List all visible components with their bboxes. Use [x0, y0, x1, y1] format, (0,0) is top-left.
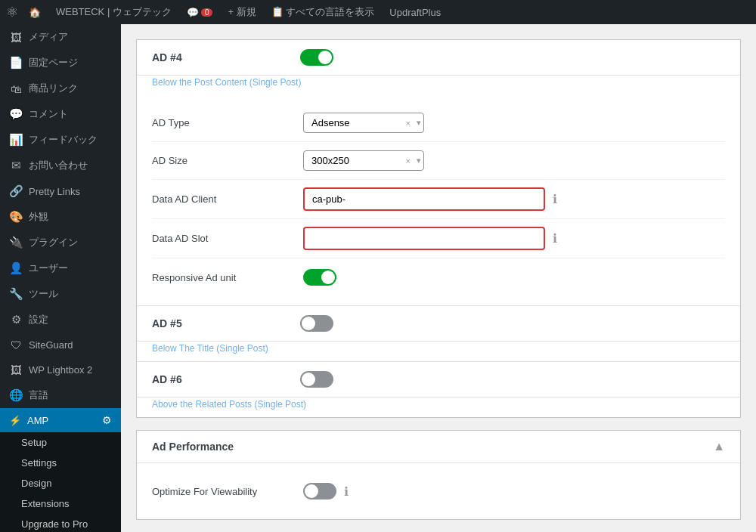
admin-bar-site-name[interactable]: WEBTECK | ウェブテック	[51, 0, 176, 24]
optimize-toggle[interactable]	[303, 483, 336, 500]
data-ad-client-input[interactable]	[303, 187, 545, 211]
data-ad-client-info-icon: ℹ	[553, 192, 557, 206]
tools-icon: 🔧	[9, 287, 23, 301]
ad-performance-header[interactable]: Ad Performance ▲	[137, 431, 740, 463]
sidebar-item-label: メディア	[29, 30, 68, 44]
plugins-icon: 🔌	[9, 236, 23, 249]
sidebar-item-feedback[interactable]: 📊 フィードバック	[0, 127, 121, 153]
sidebar-item-design[interactable]: Design	[0, 473, 121, 493]
ad4-section: AD #4 Below the Post Content (Single Pos…	[136, 39, 741, 418]
sidebar-item-amp[interactable]: ⚡ AMP ⚙	[0, 408, 121, 432]
wp-logo-icon: ⚛	[6, 4, 18, 20]
ad-size-select-wrap: 300x250 728x90 320x50 × ▾	[303, 150, 424, 171]
comments-count: 0	[201, 8, 213, 17]
admin-bar-languages[interactable]: 📋 すべての言語を表示	[267, 0, 380, 24]
amp-left: ⚡ AMP	[9, 415, 48, 426]
ad6-toggle-slider	[300, 371, 333, 388]
amp-gear-icon[interactable]: ⚙	[102, 414, 112, 426]
pages-icon: 📄	[9, 56, 23, 70]
ad-performance-chevron-icon: ▲	[713, 440, 725, 453]
ad6-label: AD #6	[152, 373, 288, 385]
data-ad-client-row: Data AD Client ℹ	[152, 180, 725, 219]
sidebar-item-comments[interactable]: 💬 コメント	[0, 101, 121, 127]
sidebar-item-contact[interactable]: ✉ お問い合わせ	[0, 153, 121, 178]
sidebar-item-pages[interactable]: 📄 固定ページ	[0, 50, 121, 76]
ad6-block: AD #6 Above the Related Posts (Single Po…	[137, 362, 740, 417]
sidebar-item-label: WP Lightbox 2	[29, 364, 92, 376]
sidebar-item-settings[interactable]: Settings	[0, 453, 121, 473]
sidebar-item-label: お問い合わせ	[29, 159, 88, 172]
ad4-header-row: AD #4	[137, 40, 740, 76]
pretty-links-icon: 🔗	[9, 184, 23, 198]
responsive-ad-row: Responsive Ad unit	[152, 258, 725, 296]
data-ad-slot-label: Data AD Slot	[152, 233, 303, 244]
sidebar-item-pretty-links[interactable]: 🔗 Pretty Links	[0, 178, 121, 204]
ad5-toggle[interactable]	[300, 315, 333, 332]
select-clear-icon[interactable]: ×	[406, 119, 411, 128]
data-ad-slot-control: ℹ	[303, 227, 725, 250]
ad-type-label: AD Type	[152, 117, 303, 128]
sidebar-item-product-links[interactable]: 🛍 商品リンク	[0, 76, 121, 101]
size-clear-icon[interactable]: ×	[406, 156, 411, 165]
amp-label: AMP	[27, 415, 48, 426]
languages-icon: 🌐	[9, 388, 23, 402]
sidebar-item-settings[interactable]: ⚙ 設定	[0, 307, 121, 332]
ad5-block: AD #5 Below The Title (Single Post)	[137, 306, 740, 362]
sidebar-item-label: Pretty Links	[29, 186, 80, 197]
data-ad-slot-info-icon: ℹ	[553, 231, 557, 246]
ad-performance-title: Ad Performance	[152, 441, 234, 453]
ad-size-label: AD Size	[152, 155, 303, 166]
ad4-form: AD Type Adsense Other × ▾	[137, 95, 740, 305]
amp-submenu: Setup Settings Design Extensions Upgrade…	[0, 432, 121, 532]
setup-label: Setup	[21, 437, 47, 448]
sidebar-item-setup[interactable]: Setup	[0, 432, 121, 453]
admin-bar-updraft[interactable]: UpdraftPlus	[385, 0, 445, 24]
sidebar-item-languages[interactable]: 🌐 言語	[0, 382, 121, 408]
ad-type-select-wrap: Adsense Other × ▾	[303, 113, 424, 133]
contact-icon: ✉	[9, 159, 23, 172]
ad4-sub-label: Below the Post Content (Single Post)	[137, 76, 740, 95]
sidebar: 🖼 メディア 📄 固定ページ 🛍 商品リンク 💬 コメント 📊 フィードバック …	[0, 24, 121, 532]
optimize-viewability-row: Optimize For Viewability ℹ	[152, 472, 725, 510]
admin-bar-home[interactable]: 🏠	[24, 0, 45, 24]
data-ad-client-label: Data AD Client	[152, 193, 303, 205]
ad6-toggle[interactable]	[300, 371, 333, 388]
admin-bar: ⚛ 🏠 WEBTECK | ウェブテック 💬 0 + 新規 📋 すべての言語を表…	[0, 0, 756, 24]
sidebar-item-users[interactable]: 👤 ユーザー	[0, 255, 121, 281]
lightbox-icon: 🖼	[9, 363, 23, 376]
admin-bar-comments[interactable]: 💬 0	[182, 0, 218, 24]
siteguard-icon: 🛡	[9, 339, 23, 351]
amp-icon: ⚡	[9, 415, 21, 426]
upgrade-label: Upgrade to Pro	[21, 518, 88, 530]
sidebar-item-extensions[interactable]: Extensions	[0, 493, 121, 514]
sidebar-item-tools[interactable]: 🔧 ツール	[0, 281, 121, 307]
ad4-toggle[interactable]	[300, 49, 333, 66]
settings-label: Settings	[21, 457, 57, 469]
data-ad-slot-input[interactable]	[303, 227, 545, 250]
sidebar-item-appearance[interactable]: 🎨 外観	[0, 204, 121, 230]
data-ad-slot-row: Data AD Slot ℹ	[152, 219, 725, 258]
responsive-ad-toggle[interactable]	[303, 269, 336, 286]
admin-bar-new[interactable]: + 新規	[223, 0, 260, 24]
ad-size-control: 300x250 728x90 320x50 × ▾	[303, 150, 725, 171]
sidebar-item-label: フィードバック	[29, 133, 98, 147]
sidebar-item-label: ツール	[29, 287, 58, 301]
size-arrow-icon: ▾	[417, 156, 421, 165]
ad5-header-row: AD #5	[137, 306, 740, 342]
sidebar-item-plugins[interactable]: 🔌 プラグイン	[0, 230, 121, 255]
ad6-header-row: AD #6	[137, 362, 740, 397]
ad-type-row: AD Type Adsense Other × ▾	[152, 104, 725, 142]
sidebar-item-upgrade[interactable]: Upgrade to Pro	[0, 514, 121, 532]
extensions-label: Extensions	[21, 498, 70, 509]
content-area: AD #4 Below the Post Content (Single Pos…	[121, 24, 756, 532]
optimize-control: ℹ	[303, 483, 725, 500]
sidebar-item-siteguard[interactable]: 🛡 SiteGuard	[0, 332, 121, 357]
sidebar-item-label: コメント	[29, 107, 68, 121]
sidebar-item-lightbox[interactable]: 🖼 WP Lightbox 2	[0, 357, 121, 382]
sidebar-item-media[interactable]: 🖼 メディア	[0, 24, 121, 50]
ad5-label: AD #5	[152, 317, 288, 329]
feedback-icon: 📊	[9, 133, 23, 147]
ad5-toggle-slider	[300, 315, 333, 332]
sidebar-item-label: 外観	[29, 210, 48, 224]
appearance-icon: 🎨	[9, 210, 23, 224]
